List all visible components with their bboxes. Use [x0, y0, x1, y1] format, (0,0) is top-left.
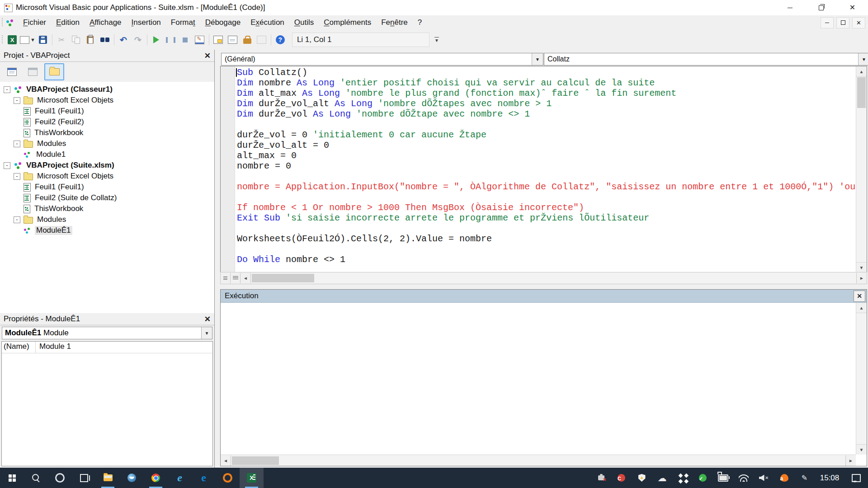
project-explorer-button[interactable] [212, 33, 225, 47]
child-close-button[interactable]: ✕ [852, 17, 865, 28]
tree-item-feuil2-feuil2[interactable]: Feuil2 (Feuil2) [0, 117, 214, 127]
tray-onedrive[interactable] [652, 468, 672, 488]
tree-collapse-icon[interactable]: - [14, 216, 20, 223]
tray-volume-muted[interactable] [754, 468, 774, 488]
tree-item-module1[interactable]: Module1 [0, 149, 214, 160]
full-module-view-button[interactable] [231, 273, 241, 283]
tree-item-feuil1-feuil1[interactable]: Feuil1 (Feuil1) [0, 106, 214, 117]
scroll-right-icon[interactable]: ► [856, 273, 867, 283]
scroll-right-icon[interactable]: ► [845, 455, 856, 466]
vertical-scroll-thumb[interactable] [857, 77, 866, 108]
break-button[interactable] [164, 33, 178, 47]
scroll-down-icon[interactable]: ▼ [856, 262, 867, 272]
tree-collapse-icon[interactable]: - [4, 86, 10, 93]
scroll-down-icon[interactable]: ▼ [856, 444, 867, 455]
scroll-up-icon[interactable]: ▲ [856, 66, 867, 77]
tree-item-feuil1-feuil1[interactable]: Feuil1 (Feuil1) [0, 182, 214, 192]
taskbar-search[interactable] [24, 468, 48, 488]
view-microsoft-excel-button[interactable] [5, 33, 19, 47]
horizontal-scroll-thumb[interactable] [252, 274, 314, 282]
immediate-window-header[interactable]: Exécution ✕ [221, 290, 867, 303]
toolbox-button[interactable] [241, 33, 254, 47]
tree-collapse-icon[interactable]: - [14, 141, 20, 147]
child-minimize-button[interactable] [821, 17, 834, 28]
procedure-view-button[interactable] [221, 273, 231, 283]
minimize-button[interactable] [774, 0, 806, 15]
chevron-down-icon[interactable]: ▼ [201, 327, 212, 339]
taskbar-file-explorer[interactable] [96, 468, 120, 488]
scroll-left-icon[interactable]: ◄ [221, 455, 231, 466]
procedure-dropdown[interactable]: Collatz ▼ [544, 53, 868, 66]
taskbar-task-view[interactable] [72, 468, 96, 488]
paste-button[interactable] [84, 33, 97, 47]
child-restore-button[interactable] [836, 17, 849, 28]
code-horizontal-scrollbar[interactable]: ◄ ► [220, 272, 867, 284]
tray-battery[interactable] [713, 468, 733, 488]
scroll-left-icon[interactable]: ◄ [241, 273, 251, 283]
horizontal-scroll-thumb[interactable] [232, 456, 279, 465]
menu-format[interactable]: Format [166, 16, 200, 29]
menu-insertion[interactable]: Insertion [127, 16, 166, 29]
chevron-down-icon[interactable]: ▼ [532, 53, 543, 65]
properties-object-dropdown[interactable]: ModuleÊ1 Module ▼ [2, 327, 212, 339]
view-object-button[interactable] [24, 64, 42, 80]
menu-affichage[interactable]: Affichage [85, 16, 127, 29]
menu-fen-tre[interactable]: Fenêtre [376, 16, 413, 29]
code-window[interactable]: Sub Collatz()Dim nombre As Long 'entier … [220, 66, 867, 273]
taskbar-cortana[interactable] [48, 468, 72, 488]
toolbar-options-button[interactable]: ▼ [431, 33, 442, 47]
view-code-button[interactable] [3, 64, 21, 80]
cut-button[interactable] [55, 33, 68, 47]
taskbar-excel[interactable] [240, 468, 264, 488]
properties-panel-close-icon[interactable]: ✕ [204, 315, 211, 323]
tray-avast[interactable] [774, 468, 794, 488]
toolbar-grip-2[interactable] [2, 35, 3, 44]
copy-button[interactable] [69, 33, 83, 47]
toolbar-grip[interactable] [2, 18, 3, 27]
tree-item-modules[interactable]: -Modules [0, 214, 214, 225]
immediate-horizontal-scrollbar[interactable]: ◄ ► [221, 455, 856, 466]
tree-item-microsoft-excel-objets[interactable]: -Microsoft Excel Objets [0, 171, 214, 182]
project-panel-close-icon[interactable]: ✕ [204, 52, 211, 60]
menu-d-bogage[interactable]: Débogage [200, 16, 245, 29]
tray-antivirus-ok[interactable] [693, 468, 713, 488]
tray-sync-device[interactable] [591, 468, 611, 488]
design-mode-button[interactable] [193, 33, 207, 47]
taskbar-internet-explorer[interactable]: e [168, 468, 192, 488]
immediate-window-close-button[interactable]: ✕ [854, 291, 865, 302]
taskbar-edge[interactable]: e [192, 468, 216, 488]
run-button[interactable] [150, 33, 163, 47]
tree-collapse-icon[interactable]: - [14, 97, 20, 104]
tree-item-vbaproject-suite-xlsm[interactable]: -VBAProject (Suite.xlsm) [0, 160, 214, 171]
tree-item-thisworkbook[interactable]: ThisWorkbook [0, 127, 214, 138]
tree-item-module-1[interactable]: ModuleÊ1 [0, 225, 214, 236]
object-browser-button[interactable] [255, 33, 269, 47]
scroll-up-icon[interactable]: ▲ [856, 303, 867, 313]
menu-fichier[interactable]: Fichier [18, 16, 51, 29]
find-button[interactable] [98, 33, 112, 47]
reset-button[interactable] [179, 33, 192, 47]
close-button[interactable]: ✕ [837, 0, 868, 15]
menu-compl-ments[interactable]: Compléments [319, 16, 376, 29]
menu-outils[interactable]: Outils [289, 16, 319, 29]
properties-window-button[interactable] [226, 33, 240, 47]
tray-dropbox[interactable] [672, 468, 693, 488]
tree-item-thisworkbook[interactable]: ThisWorkbook [0, 203, 214, 214]
taskbar-thunderbird[interactable] [120, 468, 144, 488]
menu-help[interactable]: ? [413, 16, 427, 29]
toggle-folders-button[interactable] [44, 63, 64, 80]
tree-item-microsoft-excel-objets[interactable]: -Microsoft Excel Objets [0, 95, 214, 106]
taskbar-start[interactable] [0, 468, 24, 488]
insert-userform-button[interactable]: ▼ [20, 33, 35, 47]
menu-edition[interactable]: Edition [51, 16, 85, 29]
tray-defender-warning[interactable] [632, 468, 652, 488]
property-row[interactable]: (Name)Module 1 [2, 342, 212, 353]
taskbar-orange-gear-app[interactable] [216, 468, 240, 488]
save-button[interactable] [36, 33, 50, 47]
taskbar-chrome[interactable] [144, 468, 168, 488]
tree-item-feuil2-suite-de-collatz[interactable]: Feuil2 (Suite de Collatz) [0, 192, 214, 203]
chevron-down-icon[interactable]: ▼ [858, 53, 868, 65]
tree-collapse-icon[interactable]: - [4, 162, 10, 169]
object-dropdown[interactable]: (Général) ▼ [221, 53, 543, 66]
tray-pen-settings[interactable] [794, 468, 815, 488]
